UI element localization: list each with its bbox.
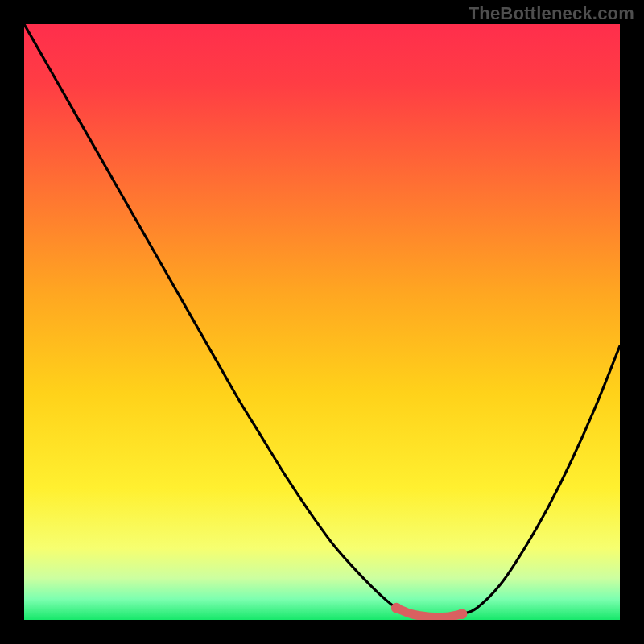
bottleneck-chart [24, 24, 620, 620]
svg-point-1 [391, 603, 402, 613]
watermark-text: TheBottleneck.com [469, 3, 634, 24]
svg-point-2 [456, 609, 467, 619]
chart-frame: TheBottleneck.com [0, 0, 644, 644]
